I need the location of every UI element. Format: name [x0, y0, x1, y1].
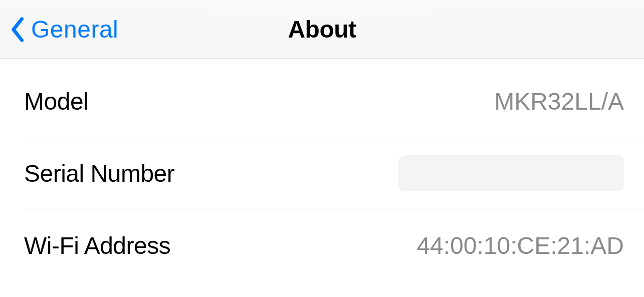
page-title: About	[288, 16, 356, 43]
chevron-left-icon	[10, 17, 26, 43]
row-model[interactable]: Model MKR32LL/A	[0, 65, 644, 137]
back-label: General	[31, 16, 118, 43]
redacted-value	[398, 155, 624, 191]
back-button[interactable]: General	[10, 16, 118, 43]
row-label: Wi-Fi Address	[24, 232, 170, 259]
about-list: Model MKR32LL/A Serial Number Wi-Fi Addr…	[0, 59, 644, 281]
row-label: Model	[24, 88, 88, 115]
row-label: Serial Number	[24, 160, 174, 187]
row-value: MKR32LL/A	[494, 88, 624, 115]
row-value: 44:00:10:CE:21:AD	[416, 232, 624, 259]
navigation-bar: General About	[0, 0, 644, 59]
row-serial-number[interactable]: Serial Number	[0, 137, 644, 209]
row-wifi-address[interactable]: Wi-Fi Address 44:00:10:CE:21:AD	[0, 209, 644, 281]
